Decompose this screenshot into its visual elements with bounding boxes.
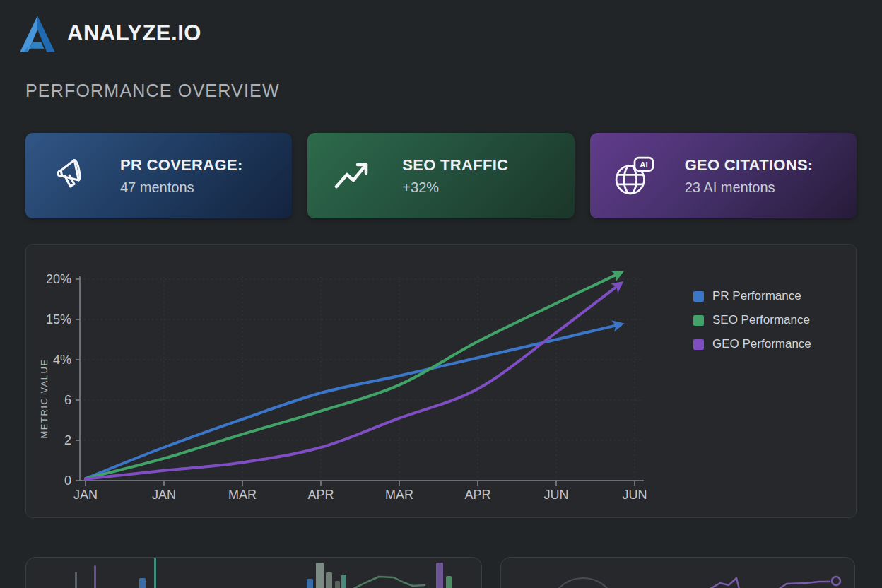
mini-line-svg: [501, 558, 855, 588]
y-tick-label: 2: [64, 433, 71, 447]
y-tick-label: 20%: [46, 272, 71, 286]
legend-item[interactable]: GEO Performance: [693, 332, 811, 356]
mini-panel-donut-line[interactable]: [500, 557, 855, 588]
x-tick-label: APR: [307, 488, 334, 502]
legend-swatch-icon: [693, 315, 704, 326]
legend-swatch-icon: [693, 291, 704, 302]
stat-card-seo-traffic[interactable]: SEO TRAFFIC +32%: [307, 133, 574, 218]
y-axis-title: METRIC VALUE: [39, 358, 49, 438]
stat-card-title: PR COVERAGE:: [120, 156, 243, 175]
stat-cards-row: PR COVERAGE: 47 mentons SEO TRAFFIC +32%…: [25, 133, 857, 218]
globe-ai-icon: AI: [614, 155, 655, 196]
stat-card-value: +32%: [402, 180, 508, 196]
stat-card-pr-coverage[interactable]: PR COVERAGE: 47 mentons: [25, 133, 292, 218]
legend-label: SEO Performance: [712, 313, 810, 327]
y-tick-label: 0: [64, 474, 71, 488]
ai-badge-label: AI: [640, 160, 647, 169]
legend-item[interactable]: SEO Performance: [693, 308, 811, 332]
legend-label: GEO Performance: [712, 337, 811, 351]
grid: [80, 276, 644, 481]
series-line: [86, 284, 620, 479]
stat-card-title: SEO TRAFFIC: [402, 156, 508, 175]
stat-card-value: 47 mentons: [120, 180, 243, 196]
x-tick-label: MAR: [385, 488, 413, 502]
bottom-panels-row: [25, 557, 857, 588]
y-tick-label: 4%: [53, 353, 71, 367]
app-header: ANALYZE.IO: [17, 13, 201, 54]
performance-chart-panel: JANJANMARAPRMARAPRJUNJUN20%15%4%620METRI…: [25, 244, 857, 518]
x-tick-label: APR: [464, 488, 490, 502]
stat-card-geo-citations[interactable]: AI GEO CITATIONS: 23 AI mentons: [590, 133, 857, 218]
y-tick-label: 6: [64, 393, 71, 407]
mini-bars-svg: [26, 558, 482, 588]
legend-label: PR Performance: [712, 289, 801, 303]
legend-swatch-icon: [693, 339, 704, 350]
brand-title: ANALYZE.IO: [67, 20, 201, 46]
page-title: PERFORMANCE OVERVIEW: [25, 81, 280, 101]
analyze-logo-icon: [17, 13, 58, 54]
stat-card-title: GEO CITATIONS:: [685, 156, 813, 175]
stat-card-text: PR COVERAGE: 47 mentons: [120, 156, 243, 196]
stat-card-text: GEO CITATIONS: 23 AI mentons: [685, 156, 813, 196]
trending-up-icon: [331, 155, 372, 196]
x-tick-label: JAN: [152, 488, 176, 502]
x-tick-label: JUN: [544, 488, 569, 502]
mini-panel-bars[interactable]: [25, 557, 482, 588]
x-tick-label: JUN: [623, 488, 647, 502]
megaphone-icon: [49, 155, 90, 196]
stat-card-text: SEO TRAFFIC +32%: [402, 156, 508, 196]
dashboard-root: { "brand": { "name": "ANALYZE.IO" }, "pa…: [0, 0, 882, 588]
y-tick-label: 15%: [46, 312, 71, 327]
chart-legend: PR PerformanceSEO PerformanceGEO Perform…: [693, 284, 811, 356]
x-tick-label: JAN: [74, 488, 98, 502]
legend-item[interactable]: PR Performance: [693, 284, 811, 308]
stat-card-value: 23 AI mentons: [685, 180, 813, 196]
x-tick-label: MAR: [228, 488, 257, 502]
